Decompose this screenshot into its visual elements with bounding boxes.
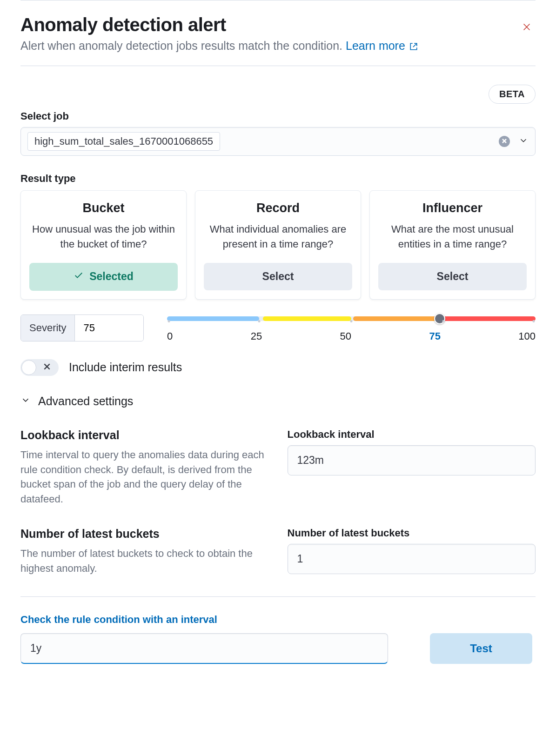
advanced-settings-toggle[interactable]: Advanced settings bbox=[20, 395, 536, 408]
lookback-row: Lookback interval Time interval to query… bbox=[20, 428, 536, 507]
result-type-card-bucket[interactable]: Bucket How unusual was the job within th… bbox=[20, 190, 187, 300]
page-title: Anomaly detection alert bbox=[20, 14, 418, 35]
job-pill[interactable]: high_sum_total_sales_1670001068655 bbox=[27, 132, 220, 151]
severity-slider[interactable]: 0 25 50 75 100 bbox=[167, 314, 536, 342]
select-job-field: Select job high_sum_total_sales_16700010… bbox=[20, 110, 536, 156]
card-title: Influencer bbox=[378, 201, 527, 215]
clear-selection-button[interactable] bbox=[499, 136, 510, 147]
buckets-input[interactable] bbox=[288, 544, 536, 574]
card-desc: What individual anomalies are present in… bbox=[204, 222, 352, 252]
card-title: Bucket bbox=[29, 201, 178, 215]
check-interval-input[interactable] bbox=[20, 633, 388, 664]
severity-row: Severity 0 25 50 75 bbox=[20, 314, 536, 342]
card-desc: What are the most unusual entities in a … bbox=[378, 222, 527, 252]
chevron-down-icon bbox=[20, 395, 31, 407]
buckets-row: Number of latest buckets The number of l… bbox=[20, 527, 536, 576]
learn-more-link[interactable]: Learn more bbox=[346, 39, 418, 52]
interim-toggle-row: Include interim results bbox=[20, 359, 536, 376]
beta-badge: BETA bbox=[489, 85, 536, 104]
select-influencer-button[interactable]: Select bbox=[378, 263, 527, 290]
interim-results-switch[interactable] bbox=[20, 359, 59, 376]
result-type-card-record[interactable]: Record What individual anomalies are pre… bbox=[195, 190, 361, 300]
lookback-title: Lookback interval bbox=[20, 428, 269, 442]
buckets-title: Number of latest buckets bbox=[20, 527, 269, 541]
severity-input[interactable] bbox=[75, 315, 143, 341]
chevron-down-icon bbox=[518, 139, 529, 147]
select-job-combobox[interactable]: high_sum_total_sales_1670001068655 bbox=[20, 127, 536, 156]
lookback-desc: Time interval to query the anomalies dat… bbox=[20, 448, 269, 507]
buckets-desc: The number of latest buckets to check to… bbox=[20, 546, 269, 576]
dropdown-toggle[interactable] bbox=[518, 135, 529, 147]
test-button[interactable]: Test bbox=[430, 633, 532, 664]
interim-results-label: Include interim results bbox=[69, 361, 182, 374]
result-type-card-influencer[interactable]: Influencer What are the most unusual ent… bbox=[369, 190, 536, 300]
check-condition-row: Check the rule condition with an interva… bbox=[20, 614, 536, 664]
result-type-section: Result type Bucket How unusual was the j… bbox=[20, 173, 536, 300]
check-condition-title: Check the rule condition with an interva… bbox=[20, 614, 536, 626]
card-desc: How unusual was the job within the bucke… bbox=[29, 222, 178, 252]
select-job-label: Select job bbox=[20, 110, 536, 122]
header: Anomaly detection alert Alert when anoma… bbox=[20, 0, 536, 66]
severity-input-group: Severity bbox=[20, 314, 144, 341]
lookback-input-label: Lookback interval bbox=[288, 428, 536, 441]
severity-label: Severity bbox=[21, 315, 75, 341]
check-icon bbox=[74, 270, 84, 283]
external-link-icon bbox=[409, 39, 418, 54]
x-icon bbox=[43, 362, 51, 373]
lookback-input[interactable] bbox=[288, 445, 536, 475]
page-subtitle: Alert when anomaly detection jobs result… bbox=[20, 38, 418, 54]
buckets-input-label: Number of latest buckets bbox=[288, 527, 536, 539]
select-bucket-button[interactable]: Selected bbox=[29, 263, 178, 291]
slider-ticks: 0 25 50 75 100 bbox=[167, 330, 536, 342]
select-record-button[interactable]: Select bbox=[204, 263, 352, 290]
result-type-label: Result type bbox=[20, 173, 536, 185]
close-icon bbox=[522, 27, 532, 33]
x-icon bbox=[502, 137, 507, 146]
close-button[interactable] bbox=[518, 18, 536, 37]
card-title: Record bbox=[204, 201, 352, 215]
